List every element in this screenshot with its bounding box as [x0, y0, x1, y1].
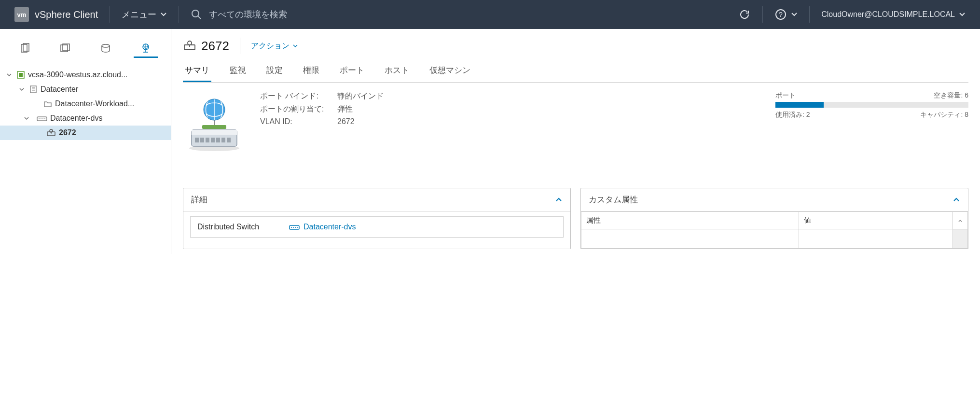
tree-label: vcsa-3090-westus.az.cloud... [28, 71, 127, 79]
user-label: CloudOwner@CLOUDSIMPLE.LOCAL [821, 10, 955, 19]
tree-node-portgroup[interactable]: 2672 [0, 126, 171, 140]
port-binding-label: ポート バインド: [260, 91, 337, 101]
app-title: vSphere Client [35, 9, 98, 20]
svg-rect-13 [19, 73, 23, 77]
logo: vm [14, 7, 29, 22]
separator [240, 38, 240, 54]
details-title: 詳細 [191, 194, 207, 205]
port-alloc-value: 弾性 [337, 104, 353, 114]
svg-point-0 [192, 10, 199, 17]
separator [809, 6, 810, 23]
tab-configure[interactable]: 設定 [264, 61, 285, 82]
expand-icon[interactable] [7, 72, 14, 77]
help-dropdown[interactable]: ? [774, 8, 798, 21]
custom-attributes-panel: カスタム属性 属性 値 [580, 188, 968, 249]
capacity-block: ポート 空き容量: 6 使用済み: 2 キャパシティ: 8 [775, 91, 968, 154]
tab-permissions[interactable]: 権限 [301, 61, 321, 82]
chevron-down-icon [791, 11, 798, 18]
tab-monitor[interactable]: 監視 [228, 61, 248, 82]
tree-label: Datacenter-dvs [50, 114, 103, 123]
svg-point-46 [295, 227, 296, 228]
vms-tab-icon[interactable] [53, 39, 77, 58]
actions-dropdown[interactable]: アクション [251, 41, 298, 51]
tree-node-dvs[interactable]: Datacenter-dvs [0, 111, 171, 126]
svg-rect-32 [195, 138, 199, 142]
tree-node-folder[interactable]: Datacenter-Workload... [0, 97, 171, 111]
svg-point-19 [39, 118, 40, 119]
svg-point-20 [41, 118, 41, 119]
menu-dropdown[interactable]: メニュー [122, 9, 167, 20]
search-input[interactable]: すべての環境を検索 [191, 9, 287, 20]
tab-ports[interactable]: ポート [338, 61, 366, 82]
tree-label: Datacenter-Workload... [55, 99, 134, 108]
separator [762, 6, 763, 23]
details-panel: 詳細 Distributed Switch Dat [183, 188, 571, 249]
table-row[interactable] [581, 229, 968, 249]
actions-label: アクション [251, 41, 290, 51]
tab-hosts[interactable]: ホスト [383, 61, 411, 82]
network-tab-icon[interactable] [134, 39, 158, 58]
tree-node-vcenter[interactable]: vcsa-3090-westus.az.cloud... [0, 68, 171, 82]
collapse-icon[interactable] [952, 196, 960, 204]
svg-point-45 [293, 227, 294, 228]
distributed-switch-label: Distributed Switch [197, 223, 289, 231]
inventory-tree: vcsa-3090-westus.az.cloud... Datacenter … [0, 68, 171, 140]
datacenter-icon [29, 85, 38, 94]
svg-point-22 [44, 118, 45, 119]
svg-point-27 [188, 41, 192, 45]
capacity-bar [775, 102, 968, 108]
tree-node-datacenter[interactable]: Datacenter [0, 82, 171, 97]
capacity-total: キャパシティ: 8 [920, 111, 968, 119]
capacity-title: ポート [775, 91, 796, 100]
svg-line-1 [198, 16, 201, 19]
tree-label: Datacenter [41, 85, 78, 94]
svg-rect-38 [227, 138, 231, 142]
custom-attributes-table: 属性 値 [581, 212, 968, 249]
column-attribute[interactable]: 属性 [581, 212, 799, 229]
storage-tab-icon[interactable] [94, 39, 118, 58]
dvswitch-icon [37, 115, 47, 122]
portgroup-icon [46, 129, 56, 137]
user-menu[interactable]: CloudOwner@CLOUDSIMPLE.LOCAL [821, 10, 966, 19]
svg-rect-39 [202, 125, 226, 129]
tab-summary[interactable]: サマリ [183, 61, 211, 82]
svg-rect-37 [221, 138, 225, 142]
svg-rect-34 [206, 138, 209, 142]
hosts-tab-icon[interactable] [13, 39, 37, 58]
expand-icon[interactable] [24, 116, 31, 121]
content-tabs: サマリ 監視 設定 権限 ポート ホスト 仮想マシン [183, 61, 968, 83]
portgroup-image [183, 91, 246, 154]
scroll-indicator [953, 212, 968, 229]
svg-rect-33 [200, 138, 204, 142]
search-placeholder: すべての環境を検索 [209, 9, 287, 20]
capacity-free: 空き容量: 6 [934, 91, 968, 100]
chevron-down-icon [959, 11, 966, 18]
inventory-tab-bar [0, 39, 171, 58]
collapse-icon[interactable] [555, 196, 563, 204]
dvswitch-icon [289, 224, 300, 230]
svg-point-21 [42, 118, 43, 119]
expand-icon[interactable] [19, 87, 26, 92]
refresh-button[interactable] [738, 8, 751, 21]
column-value[interactable]: 値 [799, 212, 953, 229]
svg-point-44 [291, 227, 292, 228]
custom-attr-title: カスタム属性 [589, 194, 638, 205]
vlan-label: VLAN ID: [260, 117, 337, 126]
vcenter-icon [16, 71, 25, 79]
separator [179, 6, 179, 23]
capacity-fill [775, 102, 824, 108]
svg-rect-14 [30, 86, 36, 93]
tab-vms[interactable]: 仮想マシン [428, 61, 472, 82]
main-content: 2672 アクション サマリ 監視 設定 権限 ポート ホスト 仮想マシン [171, 29, 980, 254]
dvs-link[interactable]: Datacenter-dvs [304, 223, 356, 231]
tree-label: 2672 [59, 128, 76, 137]
svg-text:?: ? [779, 11, 783, 18]
chevron-down-icon [292, 43, 298, 49]
svg-point-8 [102, 44, 110, 47]
port-binding-value: 静的バインド [337, 91, 384, 101]
svg-rect-31 [192, 130, 237, 135]
svg-rect-35 [211, 138, 215, 142]
vlan-value: 2672 [337, 117, 355, 126]
svg-point-47 [297, 227, 298, 228]
top-bar: vm vSphere Client メニュー すべての環境を検索 ? Cloud… [0, 0, 980, 29]
